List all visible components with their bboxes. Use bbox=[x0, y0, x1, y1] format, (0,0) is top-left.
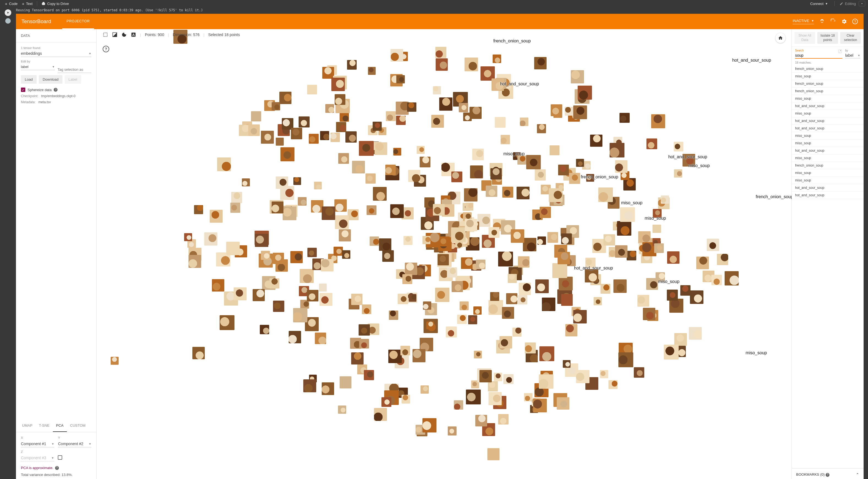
embedding-thumbnail[interactable] bbox=[347, 60, 356, 70]
search-result-item[interactable]: french_onion_soup bbox=[792, 65, 864, 73]
embedding-thumbnail[interactable] bbox=[465, 58, 478, 71]
embedding-thumbnail[interactable] bbox=[489, 227, 499, 238]
embedding-thumbnail[interactable] bbox=[486, 185, 497, 197]
embedding-thumbnail[interactable] bbox=[559, 277, 572, 291]
embedding-thumbnail[interactable] bbox=[711, 275, 722, 285]
embedding-thumbnail[interactable] bbox=[457, 315, 467, 324]
embedding-thumbnail[interactable] bbox=[293, 308, 307, 322]
embedding-thumbnail[interactable] bbox=[204, 232, 217, 245]
embedding-thumbnail[interactable] bbox=[331, 133, 340, 142]
embedding-thumbnail[interactable] bbox=[423, 236, 430, 244]
embedding-thumbnail[interactable] bbox=[525, 342, 536, 354]
embedding-thumbnail[interactable] bbox=[389, 310, 398, 320]
embedding-thumbnail[interactable] bbox=[615, 160, 628, 173]
search-result-item[interactable]: french_onion_soup bbox=[792, 80, 864, 88]
embedding-thumbnail[interactable] bbox=[261, 251, 270, 260]
embedding-thumbnail[interactable] bbox=[717, 254, 728, 265]
embedding-thumbnail[interactable] bbox=[248, 124, 260, 136]
embedding-thumbnail[interactable] bbox=[561, 294, 573, 306]
embedding-thumbnail[interactable] bbox=[479, 370, 492, 382]
search-result-item[interactable]: miso_soup bbox=[792, 169, 864, 177]
embedding-thumbnail[interactable] bbox=[368, 67, 376, 74]
embedding-thumbnail[interactable] bbox=[440, 237, 450, 246]
embedding-thumbnail[interactable] bbox=[364, 370, 374, 380]
x-component-selector[interactable]: Component #1▼ bbox=[21, 441, 54, 447]
embedding-thumbnail[interactable] bbox=[620, 207, 634, 222]
embedding-thumbnail[interactable] bbox=[683, 154, 695, 166]
refresh-icon[interactable] bbox=[830, 19, 836, 25]
help-icon[interactable]: ? bbox=[852, 19, 858, 25]
embedding-thumbnail[interactable] bbox=[539, 375, 553, 389]
embedding-thumbnail[interactable] bbox=[192, 347, 205, 359]
embedding-thumbnail[interactable] bbox=[331, 78, 345, 91]
embedding-thumbnail[interactable] bbox=[667, 290, 678, 301]
isolate-button[interactable]: Isolate 18 points bbox=[817, 32, 838, 44]
sphereize-checkbox[interactable] bbox=[21, 88, 25, 92]
embedding-thumbnail[interactable] bbox=[319, 293, 333, 306]
embedding-thumbnail[interactable] bbox=[359, 339, 369, 349]
embedding-thumbnail[interactable] bbox=[290, 251, 303, 263]
embedding-thumbnail[interactable] bbox=[260, 325, 269, 334]
embedding-thumbnail[interactable] bbox=[680, 285, 690, 295]
embedding-thumbnail[interactable] bbox=[487, 448, 499, 460]
collapse-header-button[interactable] bbox=[859, 1, 865, 6]
embedding-thumbnail[interactable] bbox=[439, 97, 453, 111]
embedding-thumbnail[interactable] bbox=[253, 289, 265, 301]
embedding-thumbnail[interactable] bbox=[590, 134, 602, 147]
search-result-item[interactable]: french_onion_soup bbox=[792, 88, 864, 95]
embedding-thumbnail[interactable] bbox=[565, 107, 574, 116]
embedding-thumbnail[interactable] bbox=[320, 131, 329, 140]
load-button[interactable]: Load bbox=[21, 75, 37, 84]
embedding-thumbnail[interactable] bbox=[386, 111, 396, 121]
embedding-thumbnail[interactable] bbox=[476, 260, 486, 269]
embedding-thumbnail[interactable] bbox=[335, 94, 345, 105]
tab-projector[interactable]: PROJECTOR bbox=[62, 14, 94, 29]
embedding-thumbnail[interactable] bbox=[261, 131, 274, 144]
embedding-thumbnail[interactable] bbox=[518, 295, 527, 304]
embedding-thumbnail[interactable] bbox=[585, 258, 595, 268]
embedding-thumbnail[interactable] bbox=[374, 408, 387, 421]
search-result-item[interactable]: hot_and_sour_soup bbox=[792, 147, 864, 154]
select-tool-icon[interactable] bbox=[103, 32, 108, 37]
embedding-thumbnail[interactable] bbox=[490, 292, 499, 301]
embedding-thumbnail[interactable] bbox=[272, 102, 280, 110]
embedding-thumbnail[interactable] bbox=[600, 284, 611, 294]
embedding-thumbnail[interactable] bbox=[549, 188, 562, 202]
embedding-thumbnail[interactable] bbox=[382, 250, 394, 262]
run-selector[interactable]: INACTIVE▼ bbox=[793, 19, 814, 24]
tab-custom[interactable]: CUSTOM bbox=[67, 420, 89, 432]
search-result-item[interactable]: miso_soup bbox=[792, 132, 864, 140]
embedding-thumbnail[interactable] bbox=[280, 147, 294, 161]
embedding-thumbnail[interactable] bbox=[610, 143, 624, 157]
embedding-thumbnail[interactable] bbox=[220, 315, 235, 330]
embedding-thumbnail[interactable] bbox=[533, 399, 547, 412]
search-result-item[interactable]: miso_soup bbox=[792, 73, 864, 80]
add-text-button[interactable]: +Text bbox=[20, 1, 35, 7]
embedding-thumbnail[interactable] bbox=[412, 349, 426, 362]
embedding-thumbnail[interactable] bbox=[314, 182, 322, 189]
embedding-thumbnail[interactable] bbox=[542, 298, 555, 311]
search-by-selector[interactable]: label▼ bbox=[845, 53, 860, 58]
embedding-thumbnail[interactable] bbox=[517, 187, 529, 200]
embedding-thumbnail[interactable] bbox=[325, 104, 334, 113]
search-result-item[interactable]: hot_and_sour_soup bbox=[792, 191, 864, 199]
embedding-thumbnail[interactable] bbox=[646, 278, 658, 290]
embedding-thumbnail[interactable] bbox=[351, 352, 364, 365]
embedding-thumbnail[interactable] bbox=[402, 395, 410, 403]
embedding-thumbnail[interactable] bbox=[524, 393, 532, 402]
editing-mode[interactable]: Editing bbox=[840, 2, 856, 6]
embedding-thumbnail[interactable] bbox=[535, 279, 549, 293]
embedding-thumbnail[interactable] bbox=[433, 86, 441, 94]
embedding-thumbnail[interactable] bbox=[618, 352, 633, 367]
embedding-thumbnail[interactable] bbox=[348, 209, 359, 220]
embedding-thumbnail[interactable] bbox=[473, 306, 482, 315]
embedding-thumbnail[interactable] bbox=[280, 186, 294, 200]
embedding-thumbnail[interactable] bbox=[396, 75, 405, 83]
embedding-thumbnail[interactable] bbox=[210, 210, 222, 222]
embedding-thumbnail[interactable] bbox=[309, 134, 319, 144]
search-result-item[interactable]: hot_and_sour_soup bbox=[792, 184, 864, 191]
tab-pca[interactable]: PCA bbox=[53, 420, 67, 432]
embedding-thumbnail[interactable] bbox=[379, 238, 391, 251]
embedding-thumbnail[interactable] bbox=[558, 252, 570, 264]
embedding-thumbnail[interactable] bbox=[251, 111, 261, 121]
